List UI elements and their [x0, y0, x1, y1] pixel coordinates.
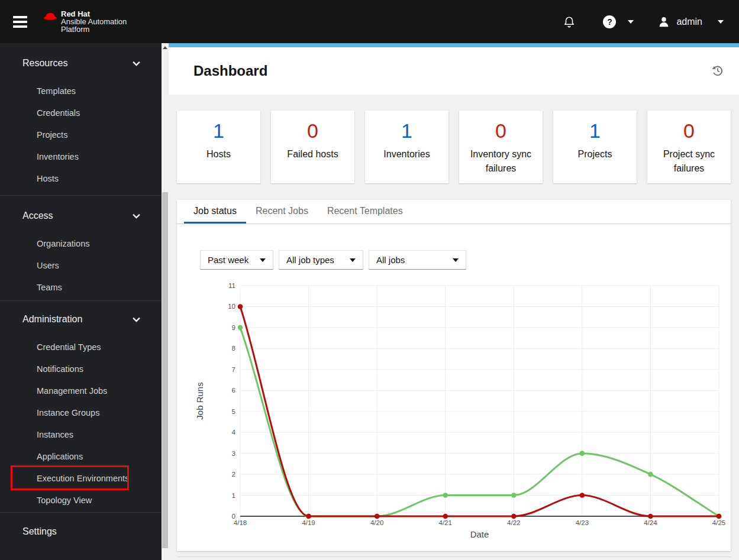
- sidebar-group-resources[interactable]: Resources: [0, 53, 162, 74]
- sidebar-item-label: Organizations: [37, 239, 89, 248]
- sidebar-item-hosts[interactable]: Hosts: [0, 167, 162, 189]
- sidebar-item-teams[interactable]: Teams: [0, 276, 162, 298]
- help-menu-button[interactable]: ?: [603, 15, 634, 28]
- summary-card-value: 0: [271, 119, 354, 143]
- history-button[interactable]: [711, 64, 724, 79]
- page-title: Dashboard: [193, 63, 267, 79]
- sidebar-item-credentials[interactable]: Credentials: [0, 102, 162, 124]
- sidebar-item-projects[interactable]: Projects: [0, 124, 162, 145]
- chevron-down-icon: [133, 317, 140, 322]
- sidebar-item-users[interactable]: Users: [0, 254, 162, 276]
- tab-recent-jobs[interactable]: Recent Jobs: [246, 200, 318, 224]
- notifications-button[interactable]: [563, 15, 576, 28]
- sidebar-group-administration[interactable]: Administration: [0, 309, 162, 330]
- svg-text:Date: Date: [470, 529, 489, 539]
- svg-text:4/25: 4/25: [712, 519, 725, 526]
- tab-label: Recent Jobs: [256, 206, 308, 216]
- svg-text:4/18: 4/18: [234, 519, 247, 526]
- svg-text:4/19: 4/19: [302, 519, 315, 526]
- scrollbar-up-arrow-icon[interactable]: [162, 43, 169, 51]
- sidebar-item-label: Credentials: [37, 108, 80, 118]
- sidebar-group-access[interactable]: Access: [0, 205, 162, 226]
- sidebar-item-templates[interactable]: Templates: [0, 80, 162, 102]
- svg-text:2: 2: [232, 471, 235, 478]
- caret-down-icon: [628, 20, 634, 24]
- svg-text:5: 5: [232, 408, 235, 415]
- section-divider: [177, 556, 731, 559]
- svg-text:11: 11: [228, 282, 235, 289]
- history-clock-icon: [711, 64, 724, 77]
- summary-card-label: Failed hosts: [276, 147, 350, 161]
- select-value: All job types: [286, 255, 334, 265]
- tab-label: Recent Templates: [327, 206, 403, 216]
- sidebar-scrollbar[interactable]: [162, 43, 169, 560]
- summary-card-value: 1: [553, 119, 637, 143]
- svg-text:9: 9: [232, 324, 235, 331]
- brand-subtitle-line2: Platform: [61, 25, 127, 33]
- sidebar-item-organizations[interactable]: Organizations: [0, 232, 162, 254]
- select-value: All jobs: [376, 255, 405, 265]
- page-accent-bar: [169, 43, 739, 47]
- sidebar-item-label: Applications: [37, 452, 83, 461]
- svg-text:8: 8: [232, 345, 235, 352]
- svg-text:4/24: 4/24: [644, 519, 657, 526]
- summary-card-value: 0: [647, 119, 731, 143]
- sidebar-item-label: Credential Types: [37, 342, 101, 352]
- caret-down-icon: [350, 258, 356, 262]
- menu-toggle-icon[interactable]: [13, 14, 27, 30]
- svg-text:4: 4: [232, 429, 236, 436]
- summary-card-hosts[interactable]: 1Hosts: [177, 111, 260, 183]
- summary-card-label: Projects: [559, 147, 632, 161]
- sidebar-item-label: Templates: [37, 86, 76, 96]
- summary-card-inventories[interactable]: 1Inventories: [365, 111, 448, 183]
- topbar: Red Hat Ansible Automation Platform ? ad…: [0, 0, 739, 43]
- sidebar-item-label: Teams: [37, 283, 62, 292]
- question-circle-icon: ?: [603, 15, 616, 28]
- sidebar-item-settings[interactable]: Settings: [0, 513, 162, 542]
- sidebar-item-label: Hosts: [37, 174, 59, 183]
- scrollbar-thumb[interactable]: [162, 192, 168, 548]
- tab-job-status[interactable]: Job status: [184, 200, 246, 224]
- sidebar-item-execution-environments[interactable]: Execution Environments: [0, 467, 162, 489]
- summary-card-value: 0: [459, 119, 543, 143]
- svg-text:4/23: 4/23: [576, 519, 589, 526]
- summary-card-value: 1: [177, 119, 260, 143]
- sidebar-item-label: Instance Groups: [37, 408, 99, 417]
- sidebar-item-topology-view[interactable]: Topology View: [0, 489, 162, 511]
- sidebar-item-notifications[interactable]: Notifications: [0, 358, 162, 380]
- jobs-select[interactable]: All jobs: [369, 250, 466, 270]
- redhat-fedora-icon: [43, 11, 58, 22]
- sidebar-item-label: Topology View: [37, 496, 92, 505]
- summary-cards-row: 1Hosts0Failed hosts1Inventories0Inventor…: [177, 111, 731, 183]
- summary-card-inventory-sync-failures[interactable]: 0Inventory sync failures: [459, 111, 543, 183]
- svg-text:4/21: 4/21: [439, 519, 452, 526]
- tab-recent-templates[interactable]: Recent Templates: [318, 200, 412, 224]
- period-select[interactable]: Past week: [200, 250, 273, 270]
- job-status-line-chart[interactable]: 012345678910114/184/194/204/214/224/234/…: [177, 279, 731, 553]
- brand-logo[interactable]: Red Hat Ansible Automation Platform: [43, 10, 127, 33]
- user-menu-button[interactable]: admin: [657, 15, 724, 28]
- svg-text:6: 6: [232, 387, 235, 394]
- sidebar-item-label: Management Jobs: [37, 386, 107, 396]
- sidebar-item-applications[interactable]: Applications: [0, 445, 162, 467]
- sidebar-nav: ResourcesTemplatesCredentialsProjectsInv…: [0, 43, 162, 560]
- sidebar-item-instances[interactable]: Instances: [0, 423, 162, 445]
- caret-down-icon: [260, 258, 266, 262]
- summary-card-project-sync-failures[interactable]: 0Project sync failures: [647, 111, 731, 183]
- sidebar-item-inventories[interactable]: Inventories: [0, 145, 162, 167]
- sidebar-item-label: Execution Environments: [37, 474, 129, 483]
- summary-card-projects[interactable]: 1Projects: [553, 111, 637, 183]
- sidebar-item-instance-groups[interactable]: Instance Groups: [0, 402, 162, 423]
- sidebar-item-management-jobs[interactable]: Management Jobs: [0, 380, 162, 402]
- summary-card-label: Inventory sync failures: [464, 147, 538, 176]
- sidebar-item-label: Notifications: [37, 364, 83, 374]
- svg-text:4/22: 4/22: [507, 519, 520, 526]
- sidebar-item-label: Settings: [22, 526, 57, 537]
- svg-text:10: 10: [228, 303, 235, 310]
- sidebar-item-credential-types[interactable]: Credential Types: [0, 336, 162, 358]
- user-icon: [657, 15, 670, 28]
- summary-card-failed-hosts[interactable]: 0Failed hosts: [271, 111, 354, 183]
- job-type-select[interactable]: All job types: [279, 250, 363, 270]
- summary-card-label: Project sync failures: [653, 147, 726, 176]
- dashboard-panel: Job statusRecent JobsRecent Templates Pa…: [177, 200, 731, 551]
